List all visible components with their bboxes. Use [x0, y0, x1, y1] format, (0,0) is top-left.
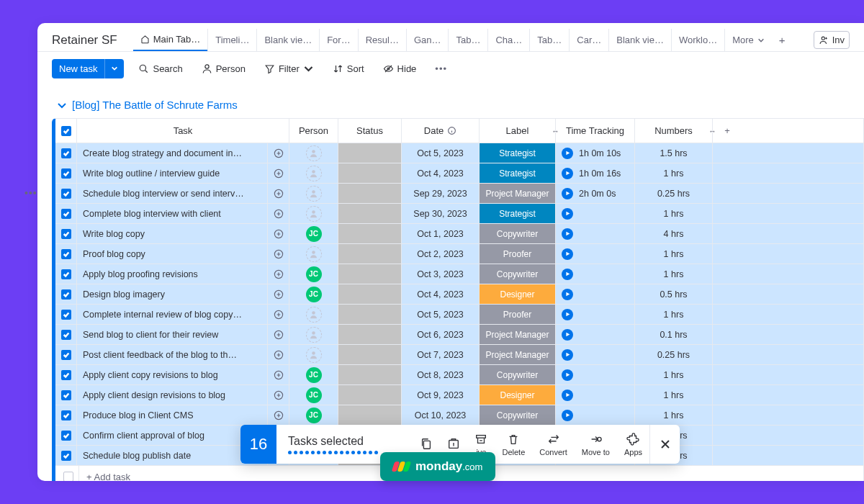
expand-row[interactable] — [268, 405, 289, 425]
task-name[interactable]: Apply client design revisions to blog — [77, 385, 268, 405]
hide-button[interactable]: Hide — [379, 60, 421, 77]
filter-button[interactable]: Filter — [260, 60, 318, 77]
task-name[interactable]: Apply blog proofing revisions — [77, 264, 268, 284]
col-numbers[interactable]: Numbers↔ — [635, 119, 713, 143]
person-avatar[interactable]: JC — [306, 408, 322, 423]
person-placeholder[interactable] — [306, 166, 322, 181]
time-cell[interactable] — [556, 284, 635, 304]
expand-row[interactable] — [268, 224, 289, 243]
date-cell[interactable]: Oct 6, 2023 — [402, 325, 480, 344]
status-cell[interactable] — [338, 305, 402, 324]
delete-action[interactable]: Delete — [495, 433, 532, 456]
row-checkbox[interactable] — [55, 365, 77, 384]
date-cell[interactable]: Oct 3, 2023 — [402, 264, 480, 284]
expand-row[interactable] — [268, 325, 289, 344]
task-name[interactable]: Produce blog in Client CMS — [77, 405, 268, 425]
status-cell[interactable] — [338, 264, 402, 284]
label-cell[interactable]: Proofer — [480, 305, 556, 324]
tab-chart[interactable]: Cha… — [487, 29, 529, 51]
col-task[interactable]: Task — [77, 119, 289, 143]
table-row[interactable]: Complete blog interview with clientSep 3… — [55, 204, 863, 224]
numbers-cell[interactable]: 1 hrs — [635, 264, 713, 284]
status-cell[interactable] — [338, 163, 402, 183]
duplicate-action[interactable] — [413, 437, 440, 452]
date-cell[interactable]: Sep 30, 2023 — [402, 204, 480, 223]
play-icon[interactable] — [562, 208, 573, 220]
close-selection[interactable] — [649, 425, 680, 464]
task-name[interactable]: Create blog strategy and document in… — [77, 143, 268, 163]
task-name[interactable]: Schedule blog interview or send interv… — [77, 184, 268, 203]
col-date[interactable]: Date — [402, 119, 480, 143]
task-name[interactable]: Write blog copy — [77, 224, 268, 243]
label-cell[interactable]: Strategist — [480, 143, 556, 163]
time-cell[interactable] — [556, 325, 635, 344]
more-options[interactable]: ••• — [431, 60, 451, 77]
col-label[interactable]: Label↔ — [480, 119, 556, 143]
play-icon[interactable] — [562, 148, 573, 159]
expand-row[interactable] — [268, 305, 289, 324]
numbers-cell[interactable]: 0.25 hrs — [635, 184, 713, 203]
tab-workload[interactable]: Worklo… — [671, 29, 724, 51]
time-cell[interactable]: 2h 0m 0s — [556, 184, 635, 203]
tab-blank1[interactable]: Blank vie… — [256, 29, 319, 51]
status-cell[interactable] — [338, 345, 402, 364]
numbers-cell[interactable]: 1 hrs — [635, 385, 713, 405]
numbers-cell[interactable]: 1 hrs — [635, 405, 713, 425]
label-cell[interactable]: Project Manager — [480, 184, 556, 203]
play-icon[interactable] — [562, 269, 573, 280]
new-task-button[interactable]: New task — [52, 59, 124, 78]
date-cell[interactable]: Oct 10, 2023 — [402, 405, 480, 425]
row-checkbox[interactable] — [55, 264, 77, 284]
time-cell[interactable] — [556, 204, 635, 223]
row-checkbox[interactable] — [55, 143, 77, 163]
row-checkbox[interactable] — [55, 244, 77, 264]
play-icon[interactable] — [562, 248, 573, 260]
task-name[interactable]: Send blog to client for their review — [77, 325, 268, 344]
row-checkbox[interactable] — [55, 446, 77, 465]
task-name[interactable]: Schedule blog publish date — [77, 446, 268, 465]
add-column[interactable]: + — [713, 119, 742, 143]
apps-action[interactable]: Apps — [617, 433, 649, 456]
person-placeholder[interactable] — [306, 246, 322, 262]
tab-timeline[interactable]: Timeli… — [207, 29, 256, 51]
task-name[interactable]: Post client feedback of the blog to th… — [77, 345, 268, 364]
tab-more[interactable]: More — [724, 29, 772, 51]
row-checkbox[interactable] — [55, 325, 77, 344]
status-cell[interactable] — [338, 184, 402, 203]
row-checkbox[interactable] — [55, 204, 77, 223]
time-cell[interactable]: 1h 0m 10s — [556, 143, 635, 163]
label-cell[interactable]: Copywriter — [480, 365, 556, 384]
person-placeholder[interactable] — [306, 145, 322, 161]
person-avatar[interactable]: JC — [306, 367, 322, 383]
numbers-cell[interactable]: 0.25 hrs — [635, 345, 713, 364]
date-cell[interactable]: Oct 4, 2023 — [402, 163, 480, 183]
add-view-button[interactable]: + — [772, 34, 793, 46]
time-cell[interactable] — [556, 405, 635, 425]
play-icon[interactable] — [562, 228, 573, 240]
person-avatar[interactable]: JC — [306, 387, 322, 403]
group-header[interactable]: [Blog] The Battle of Schrute Farms — [52, 94, 864, 118]
date-cell[interactable]: Oct 4, 2023 — [402, 284, 480, 304]
row-checkbox[interactable] — [55, 184, 77, 203]
col-status[interactable]: Status — [338, 119, 402, 143]
monday-badge[interactable]: monday.com — [380, 452, 495, 481]
task-name[interactable]: Proof blog copy — [77, 244, 268, 264]
expand-row[interactable] — [268, 345, 289, 364]
date-cell[interactable]: Oct 9, 2023 — [402, 385, 480, 405]
select-all[interactable] — [55, 119, 77, 143]
person-avatar[interactable]: JC — [306, 226, 322, 242]
play-icon[interactable] — [562, 188, 573, 199]
status-cell[interactable] — [338, 244, 402, 264]
status-cell[interactable] — [338, 204, 402, 223]
date-cell[interactable]: Oct 2, 2023 — [402, 244, 480, 264]
date-cell[interactable]: Oct 5, 2023 — [402, 143, 480, 163]
label-cell[interactable]: Copywriter — [480, 264, 556, 284]
date-cell[interactable]: Oct 5, 2023 — [402, 305, 480, 324]
person-avatar[interactable]: JC — [306, 266, 322, 282]
expand-row[interactable] — [268, 264, 289, 284]
play-icon[interactable] — [562, 168, 573, 179]
numbers-cell[interactable]: 1 hrs — [635, 305, 713, 324]
play-icon[interactable] — [562, 309, 573, 320]
tab-cards[interactable]: Car… — [569, 29, 608, 51]
status-cell[interactable] — [338, 284, 402, 304]
